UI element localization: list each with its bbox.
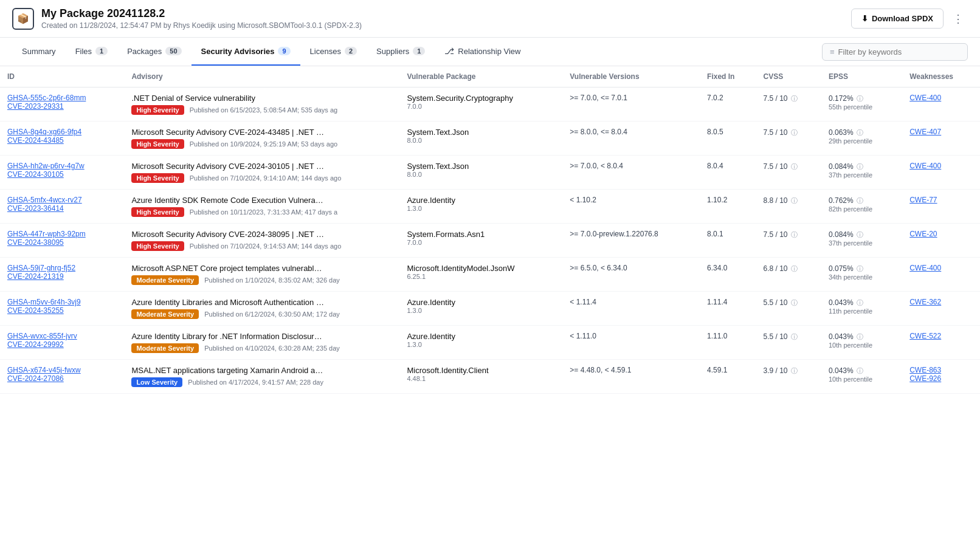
filter-input-wrap[interactable]: ≡ [822, 43, 968, 61]
cve-link[interactable]: CVE-2024-27086 [7, 374, 117, 383]
cvss-cell: 5.5 / 10 ⓘ [756, 326, 821, 360]
fixed-in: 8.0.5 [700, 122, 756, 156]
advisory-meta: Low Severity Published on 4/17/2024, 9:4… [131, 377, 392, 387]
cvss-info-icon[interactable]: ⓘ [791, 94, 798, 103]
tab-summary[interactable]: Summary [12, 38, 66, 66]
cve-link[interactable]: CVE-2024-38095 [7, 238, 117, 247]
tab-security-advisories[interactable]: Security Advisories 9 [192, 38, 300, 66]
advisory-meta: Moderate Severity Published on 4/10/2024… [131, 343, 392, 353]
cvss-info-icon[interactable]: ⓘ [791, 162, 798, 171]
pkg-cell: System.Text.Json 8.0.0 [399, 156, 562, 190]
advisory-meta: High Severity Published on 6/15/2023, 5:… [131, 105, 392, 115]
advisory-cell: Azure Identity SDK Remote Code Execution… [124, 190, 399, 224]
cvss-value: 7.5 / 10 [763, 162, 787, 171]
cve-link[interactable]: CVE-2024-35255 [7, 306, 117, 315]
epss-cell: 0.084% ⓘ 37th percentile [821, 224, 902, 258]
weakness-link[interactable]: CWE-926 [909, 374, 973, 383]
epss-info-icon[interactable]: ⓘ [857, 196, 863, 205]
cve-link[interactable]: CVE-2024-21319 [7, 272, 117, 281]
publish-date: Published on 1/10/2024, 8:35:02 AM; 326 … [204, 276, 340, 284]
cvss-info-icon[interactable]: ⓘ [791, 196, 798, 205]
cve-link[interactable]: CVE-2023-36414 [7, 204, 117, 213]
tab-relationship-view[interactable]: ⎇ Relationship View [435, 38, 530, 66]
ghsa-link[interactable]: GHSA-555c-2p6r-68mm [7, 94, 117, 102]
tab-packages[interactable]: Packages 50 [117, 38, 191, 66]
table-container: ID Advisory Vulnerable Package Vulnerabl… [0, 66, 980, 394]
id-cell: GHSA-8g4q-xg66-9fp4 CVE-2024-43485 [0, 122, 124, 156]
epss-percent: 0.075% [829, 264, 854, 273]
weakness-link[interactable]: CWE-77 [909, 196, 973, 204]
pkg-version: 7.0.0 [407, 103, 555, 110]
table-header-row: ID Advisory Vulnerable Package Vulnerabl… [0, 66, 980, 88]
download-spdx-button[interactable]: ⬇ Download SPDX [851, 9, 944, 29]
advisory-cell: Microsoft Security Advisory CVE-2024-301… [124, 156, 399, 190]
fixed-in: 1.11.0 [700, 326, 756, 360]
weakness-link[interactable]: CWE-400 [909, 162, 973, 170]
epss-cell: 0.075% ⓘ 34th percentile [821, 258, 902, 292]
ghsa-link[interactable]: GHSA-8g4q-xg66-9fp4 [7, 128, 117, 136]
cvss-info-icon[interactable]: ⓘ [791, 128, 798, 137]
fixed-in: 8.0.1 [700, 224, 756, 258]
cvss-value: 7.5 / 10 [763, 94, 787, 103]
cve-link[interactable]: CVE-2024-43485 [7, 136, 117, 145]
epss-info-icon[interactable]: ⓘ [857, 264, 863, 273]
epss-info-icon[interactable]: ⓘ [857, 162, 863, 171]
weakness-link[interactable]: CWE-522 [909, 332, 973, 340]
cvss-info-icon[interactable]: ⓘ [791, 332, 798, 341]
cve-link[interactable]: CVE-2024-30105 [7, 170, 117, 179]
ghsa-link[interactable]: GHSA-m5vv-6r4h-3vj9 [7, 298, 117, 306]
advisory-cell: Microsoft Security Advisory CVE-2024-434… [124, 122, 399, 156]
epss-info-icon[interactable]: ⓘ [857, 298, 863, 307]
more-options-button[interactable]: ⋮ [948, 9, 968, 29]
epss-info-icon[interactable]: ⓘ [857, 128, 863, 137]
cvss-info-icon[interactable]: ⓘ [791, 298, 798, 307]
weakness-link[interactable]: CWE-863 [909, 366, 973, 374]
pkg-cell: Azure.Identity 1.3.0 [399, 190, 562, 224]
severity-badge: High Severity [131, 105, 184, 115]
ghsa-link[interactable]: GHSA-wvxc-855f-jvrv [7, 332, 117, 340]
tab-files[interactable]: Files 1 [66, 38, 118, 66]
cvss-cell: 8.8 / 10 ⓘ [756, 190, 821, 224]
cvss-value: 3.9 / 10 [763, 366, 787, 375]
weakness-cell: CWE-400 [902, 88, 980, 122]
table-row: GHSA-wvxc-855f-jvrv CVE-2024-29992 Azure… [0, 326, 980, 360]
tab-suppliers[interactable]: Suppliers 1 [367, 38, 435, 66]
col-advisory: Advisory [124, 66, 399, 88]
weakness-link[interactable]: CWE-20 [909, 230, 973, 238]
cvss-cell: 5.5 / 10 ⓘ [756, 292, 821, 326]
weakness-link[interactable]: CWE-362 [909, 298, 973, 306]
fixed-in: 4.59.1 [700, 360, 756, 394]
cvss-info-icon[interactable]: ⓘ [791, 230, 798, 239]
filter-icon: ≡ [830, 47, 835, 57]
weakness-link[interactable]: CWE-400 [909, 264, 973, 272]
cvss-value: 8.8 / 10 [763, 196, 787, 205]
cve-link[interactable]: CVE-2023-29331 [7, 102, 117, 111]
epss-info-icon[interactable]: ⓘ [857, 332, 863, 341]
ghsa-link[interactable]: GHSA-x674-v45j-fwxw [7, 366, 117, 374]
ghsa-link[interactable]: GHSA-5mfx-4wcx-rv27 [7, 196, 117, 204]
table-row: GHSA-555c-2p6r-68mm CVE-2023-29331 .NET … [0, 88, 980, 122]
epss-info-icon[interactable]: ⓘ [857, 230, 863, 239]
nav-tabs: Summary Files 1 Packages 50 Security Adv… [12, 38, 530, 66]
cvss-info-icon[interactable]: ⓘ [791, 264, 798, 273]
pkg-name: Azure.Identity [407, 332, 555, 341]
weakness-link[interactable]: CWE-400 [909, 94, 973, 102]
tab-licenses[interactable]: Licenses 2 [300, 38, 367, 66]
ghsa-link[interactable]: GHSA-447r-wph3-92pm [7, 230, 117, 238]
ghsa-link[interactable]: GHSA-hh2w-p6rv-4g7w [7, 162, 117, 170]
download-label: Download SPDX [872, 14, 933, 23]
epss-info-icon[interactable]: ⓘ [857, 366, 863, 376]
id-cell: GHSA-5mfx-4wcx-rv27 CVE-2023-36414 [0, 190, 124, 224]
epss-percentile: 37th percentile [829, 171, 895, 179]
cve-link[interactable]: CVE-2024-29992 [7, 340, 117, 349]
cvss-info-icon[interactable]: ⓘ [791, 366, 798, 376]
advisory-cell: Microsoft ASP.NET Core project templates… [124, 258, 399, 292]
epss-cell: 0.172% ⓘ 55th percentile [821, 88, 902, 122]
weakness-link[interactable]: CWE-407 [909, 128, 973, 136]
filter-input[interactable] [838, 47, 960, 57]
advisory-meta: High Severity Published on 10/9/2024, 9:… [131, 139, 392, 149]
epss-info-icon[interactable]: ⓘ [857, 94, 863, 103]
cvss-cell: 6.8 / 10 ⓘ [756, 258, 821, 292]
ghsa-link[interactable]: GHSA-59j7-ghrg-fj52 [7, 264, 117, 272]
table-row: GHSA-59j7-ghrg-fj52 CVE-2024-21319 Micro… [0, 258, 980, 292]
